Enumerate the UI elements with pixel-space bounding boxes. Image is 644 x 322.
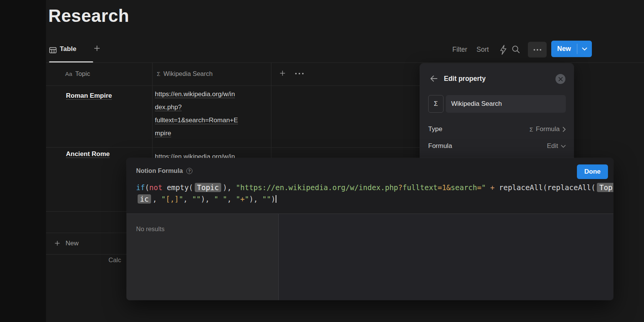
back-arrow-icon[interactable] bbox=[429, 74, 439, 83]
formula-editor-section: Notion Formula ? Done if(not empty(Topic… bbox=[127, 158, 613, 214]
column-header-topic[interactable]: Aa Topic bbox=[65, 70, 90, 77]
help-icon[interactable]: ? bbox=[186, 168, 192, 174]
new-button[interactable]: New bbox=[551, 41, 592, 57]
row-divider bbox=[46, 85, 420, 86]
row-divider bbox=[46, 147, 420, 148]
done-button[interactable]: Done bbox=[577, 164, 608, 179]
sigma-icon: Σ bbox=[529, 126, 533, 133]
close-icon bbox=[559, 77, 563, 81]
table-view-icon bbox=[49, 46, 57, 54]
text-type-icon: Aa bbox=[65, 71, 72, 77]
dots-icon bbox=[534, 49, 535, 51]
column-header-topic-label: Topic bbox=[75, 70, 90, 77]
plus-icon[interactable] bbox=[53, 239, 61, 247]
view-options-button[interactable] bbox=[528, 42, 547, 58]
tabs-divider bbox=[46, 62, 644, 63]
add-column-icon[interactable] bbox=[278, 69, 287, 77]
formula-sigma-icon: Σ bbox=[157, 71, 160, 77]
search-icon[interactable] bbox=[511, 45, 521, 56]
property-token-pill[interactable]: Top bbox=[597, 183, 613, 192]
suggestions-divider bbox=[278, 214, 279, 300]
notion-page: Research Table Filter Sort New bbox=[0, 0, 644, 322]
property-token-pill[interactable]: ic bbox=[138, 194, 151, 204]
column-header-wikipedia-search-label: Wikipedia Search bbox=[163, 70, 212, 77]
formula-edit-button[interactable]: Edit bbox=[547, 142, 566, 150]
add-view-icon[interactable] bbox=[92, 44, 102, 53]
property-type-icon-button[interactable]: Σ bbox=[428, 95, 444, 113]
new-row-button[interactable]: New bbox=[66, 240, 79, 247]
formula-code-input[interactable]: if(not empty(Topic), "https://en.wikiped… bbox=[136, 182, 613, 205]
new-button-label[interactable]: New bbox=[551, 41, 577, 57]
new-dropdown-button[interactable] bbox=[577, 41, 592, 57]
page-title[interactable]: Research bbox=[48, 5, 129, 26]
table-row-title[interactable]: Ancient Rome bbox=[66, 150, 110, 158]
property-name-value: Wikipedia Search bbox=[451, 100, 502, 108]
sigma-icon: Σ bbox=[434, 100, 438, 108]
text-cursor bbox=[276, 195, 276, 203]
calculate-button[interactable]: Calc bbox=[108, 256, 121, 264]
chevron-down-icon bbox=[582, 47, 587, 51]
property-token-pill[interactable]: Topic bbox=[195, 183, 221, 192]
type-row-label: Type bbox=[428, 125, 442, 133]
table-cell-url[interactable]: https://en.wikipedia.org/w/in dex.php? f… bbox=[155, 88, 269, 140]
edit-property-title: Edit property bbox=[444, 75, 486, 83]
notion-formula-popup: Notion Formula ? Done if(not empty(Topic… bbox=[127, 158, 613, 300]
table-row-title[interactable]: Roman Empire bbox=[66, 92, 112, 100]
automation-lightning-icon[interactable] bbox=[499, 44, 509, 55]
formula-edit-label: Edit bbox=[547, 142, 558, 150]
filter-button[interactable]: Filter bbox=[452, 46, 467, 54]
formula-suggestions-section: No results bbox=[127, 214, 613, 300]
chevron-right-icon bbox=[562, 127, 566, 132]
sort-button[interactable]: Sort bbox=[476, 46, 489, 54]
table-options-icon[interactable] bbox=[295, 73, 304, 74]
close-button[interactable] bbox=[555, 74, 565, 84]
formula-popup-title: Notion Formula ? bbox=[136, 167, 192, 174]
tab-table[interactable]: Table bbox=[60, 45, 76, 53]
chevron-down-icon bbox=[561, 145, 566, 148]
type-row-value[interactable]: Σ Formula bbox=[529, 125, 566, 133]
no-results-label: No results bbox=[136, 225, 164, 233]
column-header-wikipedia-search[interactable]: Σ Wikipedia Search bbox=[157, 70, 213, 77]
formula-row-label: Formula bbox=[428, 142, 452, 150]
formula-code: if(not empty(Topic), "https://en.wikiped… bbox=[136, 182, 613, 205]
property-name-input[interactable]: Wikipedia Search bbox=[446, 95, 566, 113]
window-left-edge bbox=[0, 0, 46, 322]
suggestions-list-pane: No results bbox=[127, 214, 278, 300]
type-value: Formula bbox=[536, 125, 560, 133]
